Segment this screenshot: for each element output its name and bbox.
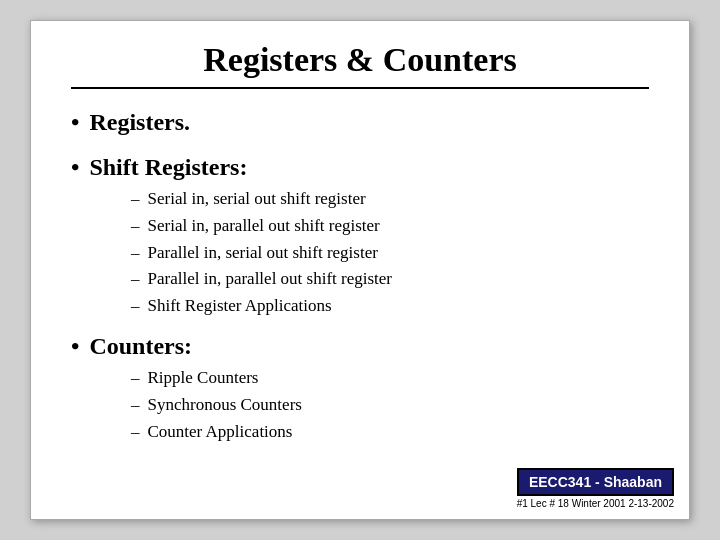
shift-registers-sub-list: – Serial in, serial out shift register –… <box>131 187 649 318</box>
dash-icon: – <box>131 294 140 318</box>
list-item: – Counter Applications <box>131 420 649 444</box>
bullet-dot-2: • <box>71 154 79 181</box>
dash-icon: – <box>131 366 140 390</box>
list-item: – Parallel in, serial out shift register <box>131 241 649 265</box>
bullet-dot-1: • <box>71 109 79 136</box>
bullet-dot-3: • <box>71 333 79 360</box>
sub-item-text: Ripple Counters <box>148 366 259 390</box>
bullet-counters: • Counters: – Ripple Counters – Synchron… <box>71 333 649 446</box>
bullet-shift-registers: • Shift Registers: – Serial in, serial o… <box>71 154 649 321</box>
sub-item-text: Parallel in, parallel out shift register <box>148 267 393 291</box>
footer-badge: EECC341 - Shaaban <box>517 468 674 496</box>
bullet-registers: • Registers. <box>71 109 649 142</box>
sub-item-text: Serial in, parallel out shift register <box>148 214 380 238</box>
sub-item-text: Counter Applications <box>148 420 293 444</box>
counters-sub-list: – Ripple Counters – Synchronous Counters… <box>131 366 649 443</box>
list-item: – Shift Register Applications <box>131 294 649 318</box>
list-item: – Synchronous Counters <box>131 393 649 417</box>
list-item: – Serial in, parallel out shift register <box>131 214 649 238</box>
sub-item-text: Serial in, serial out shift register <box>148 187 366 211</box>
bullet-registers-text: Registers. <box>89 109 190 136</box>
footer: EECC341 - Shaaban #1 Lec # 18 Winter 200… <box>517 468 674 509</box>
list-item: – Serial in, serial out shift register <box>131 187 649 211</box>
list-item: – Ripple Counters <box>131 366 649 390</box>
sub-item-text: Synchronous Counters <box>148 393 302 417</box>
dash-icon: – <box>131 187 140 211</box>
slide-title: Registers & Counters <box>71 41 649 89</box>
dash-icon: – <box>131 214 140 238</box>
dash-icon: – <box>131 420 140 444</box>
bullet-counters-text: Counters: <box>89 333 192 360</box>
footer-subtext: #1 Lec # 18 Winter 2001 2-13-2002 <box>517 498 674 509</box>
sub-item-text: Parallel in, serial out shift register <box>148 241 378 265</box>
sub-item-text: Shift Register Applications <box>148 294 332 318</box>
slide: Registers & Counters • Registers. • Shif… <box>30 20 690 520</box>
list-item: – Parallel in, parallel out shift regist… <box>131 267 649 291</box>
dash-icon: – <box>131 267 140 291</box>
dash-icon: – <box>131 393 140 417</box>
dash-icon: – <box>131 241 140 265</box>
bullet-shift-registers-text: Shift Registers: <box>89 154 247 181</box>
